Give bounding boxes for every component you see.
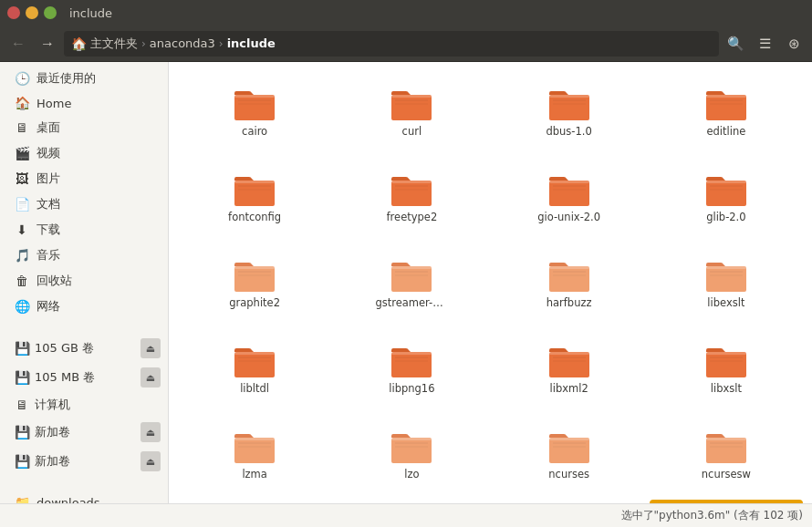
svg-rect-65 bbox=[234, 438, 275, 440]
sidebar-item-network[interactable]: 🌐 网络 bbox=[0, 294, 168, 319]
svg-rect-36 bbox=[391, 266, 432, 292]
maximize-button[interactable] bbox=[44, 6, 57, 19]
breadcrumb-anaconda3[interactable]: anaconda3 bbox=[150, 36, 215, 50]
sidebar-item-trash[interactable]: 🗑 回收站 bbox=[0, 268, 168, 294]
file-item-libxml2[interactable]: libxml2 bbox=[493, 328, 646, 410]
search-button[interactable]: 🔍 bbox=[723, 31, 748, 57]
file-item-cairo[interactable]: cairo bbox=[178, 71, 331, 153]
downloads2-icon: 📁 bbox=[15, 495, 29, 503]
sidebar-item-recent[interactable]: 🕒 最近使用的 bbox=[0, 66, 168, 91]
svg-rect-29 bbox=[706, 181, 746, 183]
folder-icon-lzma bbox=[233, 429, 276, 465]
sidebar-item-recent-label: 最近使用的 bbox=[36, 70, 96, 87]
folder-icon-ncurses bbox=[547, 429, 591, 465]
svg-rect-33 bbox=[234, 266, 275, 269]
forward-button[interactable]: → bbox=[35, 31, 60, 57]
sidebar: 🕒 最近使用的 🏠 Home 🖥 桌面 🎬 视频 🖼 图片 📄 文档 bbox=[0, 62, 169, 503]
folder-icon-libxslt bbox=[704, 343, 748, 379]
file-name-cairo: cairo bbox=[242, 126, 267, 139]
file-item-libxslt[interactable]: libxslt bbox=[650, 328, 803, 410]
eject-105mb-button[interactable]: ⏏ bbox=[141, 367, 161, 388]
file-item-freetype2[interactable]: freetype2 bbox=[335, 157, 488, 239]
folder-icon-libexslt bbox=[704, 257, 748, 294]
sidebar-item-network-label: 网络 bbox=[36, 298, 60, 315]
file-item-lzma[interactable]: lzma bbox=[178, 414, 331, 496]
sidebar-item-pictures[interactable]: 🖼 图片 bbox=[0, 166, 168, 191]
eject-newvol2-button[interactable]: ⏏ bbox=[141, 451, 161, 471]
close-button[interactable] bbox=[7, 6, 20, 19]
file-item-editline[interactable]: editline bbox=[650, 71, 803, 153]
file-item-lzo[interactable]: lzo bbox=[335, 414, 488, 496]
sidebar-item-desktop[interactable]: 🖥 桌面 bbox=[0, 115, 168, 140]
downloads-icon: ⬇ bbox=[15, 222, 29, 237]
grid-view-button[interactable]: ⊛ bbox=[781, 31, 807, 57]
file-name-gstreamer-1.0: gstreamer-1.0 bbox=[375, 297, 448, 310]
file-name-dbus-1.0: dbus-1.0 bbox=[546, 126, 591, 139]
svg-rect-32 bbox=[234, 266, 275, 292]
minimize-button[interactable] bbox=[26, 6, 38, 19]
sidebar-item-documents[interactable]: 📄 文档 bbox=[0, 191, 168, 217]
sidebar-volume-105mb[interactable]: 💾 105 MB 卷 ⏏ bbox=[0, 363, 168, 392]
desktop-icon: 🖥 bbox=[15, 120, 29, 135]
sidebar-item-videos[interactable]: 🎬 视频 bbox=[0, 140, 168, 166]
file-item-ncursesw[interactable]: ncursesw bbox=[650, 414, 803, 496]
svg-rect-45 bbox=[706, 266, 746, 269]
file-item-gio-unix-2.0[interactable]: gio-unix-2.0 bbox=[493, 157, 646, 239]
folder-icon-editline bbox=[704, 86, 748, 122]
svg-rect-8 bbox=[549, 95, 589, 120]
file-item-gstreamer-1.0[interactable]: gstreamer-1.0 bbox=[335, 243, 488, 325]
file-item-harfbuzz[interactable]: harfbuzz bbox=[493, 243, 646, 325]
sidebar-volume-newvol2[interactable]: 💾 新加卷 ⏏ bbox=[0, 447, 168, 476]
file-item-graphite2[interactable]: graphite2 bbox=[178, 243, 331, 325]
folder-icon-lzo bbox=[390, 429, 433, 465]
folder-icon-freetype2 bbox=[390, 171, 433, 208]
sidebar-volume-computer[interactable]: 🖥 计算机 bbox=[0, 392, 168, 418]
svg-rect-61 bbox=[706, 352, 746, 355]
sidebar-item-home[interactable]: 🏠 Home bbox=[0, 91, 168, 115]
sidebar-volume-newvol1-label: 新加卷 bbox=[35, 424, 70, 440]
sidebar-volume-105gb[interactable]: 💾 105 GB 卷 ⏏ bbox=[0, 334, 168, 363]
svg-rect-41 bbox=[549, 266, 589, 269]
newvol2-icon: 💾 bbox=[15, 454, 29, 469]
file-item-ncurses[interactable]: ncurses bbox=[493, 414, 646, 496]
svg-rect-44 bbox=[706, 266, 746, 292]
volume-105mb-icon: 💾 bbox=[15, 370, 29, 385]
sidebar-volume-newvol1[interactable]: 💾 新加卷 ⏏ bbox=[0, 418, 168, 447]
list-view-button[interactable]: ☰ bbox=[752, 31, 777, 57]
back-button[interactable]: ← bbox=[5, 31, 31, 57]
file-item-curl[interactable]: curl bbox=[335, 71, 488, 153]
svg-rect-5 bbox=[391, 95, 432, 98]
file-name-glib-2.0: glib-2.0 bbox=[706, 212, 745, 224]
file-item-libltdl[interactable]: libltdl bbox=[178, 328, 331, 410]
volume-105gb-icon: 💾 bbox=[15, 341, 29, 356]
svg-rect-72 bbox=[549, 438, 589, 463]
svg-rect-4 bbox=[391, 95, 432, 120]
folder-icon-harfbuzz bbox=[547, 257, 591, 294]
sidebar-item-downloads[interactable]: ⬇ 下载 bbox=[0, 217, 168, 243]
file-item-dbus-1.0[interactable]: dbus-1.0 bbox=[493, 71, 646, 153]
breadcrumb-sep-1: › bbox=[141, 37, 146, 50]
file-item-fontconfig[interactable]: fontconfig bbox=[178, 157, 331, 239]
sidebar-item-music-label: 音乐 bbox=[36, 247, 60, 264]
sidebar-item-music[interactable]: 🎵 音乐 bbox=[0, 243, 168, 268]
folder-icon-gstreamer-1.0 bbox=[390, 257, 433, 294]
folder-icon-libltdl bbox=[233, 343, 276, 379]
network-icon: 🌐 bbox=[15, 299, 29, 314]
breadcrumb-include[interactable]: include bbox=[227, 36, 276, 50]
eject-105gb-button[interactable]: ⏏ bbox=[141, 338, 161, 358]
recent-icon: 🕒 bbox=[15, 71, 29, 86]
sidebar-item-downloads-label: 下载 bbox=[36, 222, 60, 238]
eject-newvol1-button[interactable]: ⏏ bbox=[141, 422, 161, 442]
breadcrumb-home[interactable]: 主文件夹 bbox=[90, 36, 138, 52]
file-name-lzma: lzma bbox=[242, 469, 266, 481]
file-item-glib-2.0[interactable]: glib-2.0 bbox=[650, 157, 803, 239]
sidebar-item-desktop-label: 桌面 bbox=[36, 119, 60, 136]
file-item-libpng16[interactable]: libpng16 bbox=[335, 328, 488, 410]
breadcrumb-sep-2: › bbox=[219, 37, 224, 50]
folder-icon-ncursesw bbox=[704, 429, 748, 465]
folder-icon-fontconfig bbox=[233, 171, 276, 208]
sidebar-item-downloads2[interactable]: 📁 downloads bbox=[0, 491, 168, 503]
file-name-libpng16: libpng16 bbox=[389, 383, 434, 396]
file-item-libexslt[interactable]: libexslt bbox=[650, 243, 803, 325]
svg-rect-0 bbox=[234, 95, 275, 120]
